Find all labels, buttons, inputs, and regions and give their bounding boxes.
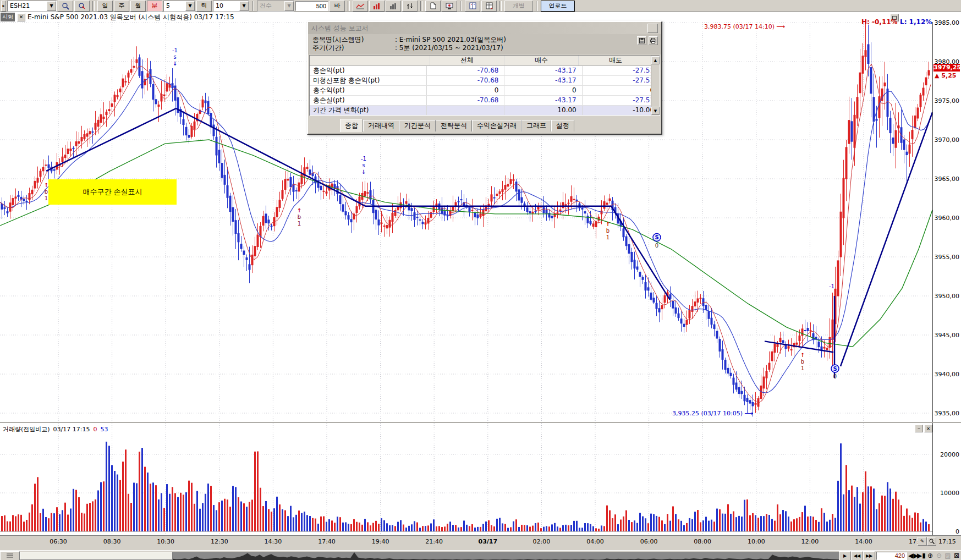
system-report-dialog[interactable]: 시스템 성능 보고서 종목명(시스템명) : E-mini SP 500 202… xyxy=(307,21,662,135)
tick-button[interactable]: 틱 xyxy=(196,1,212,12)
minimize-pane-icon[interactable]: ‒ xyxy=(915,425,923,432)
period-day-button[interactable]: 일 xyxy=(97,1,113,12)
volume-chart xyxy=(0,423,932,535)
chevron-down-icon[interactable]: ▼ xyxy=(239,1,249,11)
search-icon xyxy=(929,539,935,544)
period-week-button[interactable]: 주 xyxy=(114,1,129,12)
report-book-button[interactable] xyxy=(465,1,480,12)
tab-설정[interactable]: 설정 xyxy=(551,120,574,131)
time-axis[interactable]: 06:3008:3010:3012:3014:3017:4019:4021:40… xyxy=(0,535,961,551)
fast-back-button[interactable]: ◀◀ xyxy=(851,551,863,560)
table-scrollbar[interactable]: ▲ ▼ xyxy=(651,56,660,116)
svg-text:1: 1 xyxy=(801,365,804,371)
info-value: : E-mini SP 500 2021.03(일목오버) xyxy=(395,36,506,44)
new-document-button[interactable] xyxy=(425,1,441,12)
scroll-down-icon[interactable]: ▼ xyxy=(651,107,660,115)
tick-combo[interactable]: 10 ▼ xyxy=(213,1,249,12)
tab-거래내역[interactable]: 거래내역 xyxy=(363,120,399,131)
change-value: 5,25 xyxy=(941,72,956,79)
symbol-combo[interactable]: ESH21 ▼ xyxy=(7,1,57,12)
dialog-title-bar[interactable]: 시스템 성능 보고서 xyxy=(308,22,661,34)
time-axis-label: 17:40 xyxy=(318,538,336,545)
price-axis-label: 3945,00 xyxy=(935,332,960,339)
svg-text:0: 0 xyxy=(833,374,837,380)
volume-axis-label: 10000 xyxy=(940,490,959,497)
price-axis[interactable]: 3985,003980,003975,003970,003965,003960,… xyxy=(932,22,961,422)
row-value: 0 xyxy=(504,86,581,95)
table-row[interactable]: 미청산포함 총손익(pt)-70.68-43.17-27.51 xyxy=(310,76,660,86)
sort-updown-button[interactable] xyxy=(402,1,418,12)
toolbar-grip-icon[interactable]: ▸ xyxy=(1,1,6,12)
svg-text:1: 1 xyxy=(606,234,609,240)
tab-전략분석[interactable]: 전략분석 xyxy=(436,120,472,131)
bar-count-input[interactable] xyxy=(295,1,328,11)
step-forward-button[interactable]: ▶ xyxy=(839,551,851,560)
fast-forward-button[interactable]: ▶▶ xyxy=(863,551,875,560)
table-row[interactable]: 기간 가격 변화(pt)10.00-10.00 xyxy=(310,106,660,116)
svg-text:b: b xyxy=(801,359,804,365)
period-minute-button[interactable]: 분 xyxy=(147,1,162,12)
table-row[interactable]: 총수익(pt)000 xyxy=(310,86,660,96)
data-navigator[interactable] xyxy=(173,552,839,560)
close-icon[interactable]: ✕ xyxy=(17,13,25,21)
grid-table-icon xyxy=(486,2,493,9)
arrow-right-icon: ⟶ xyxy=(744,410,753,417)
time-axis-label: 06:00 xyxy=(640,538,658,545)
price-axis-label: 3950,00 xyxy=(935,293,960,300)
row-value: -27.51 xyxy=(582,66,660,75)
tab-그래프[interactable]: 그래프 xyxy=(521,120,551,131)
row-value: -27.51 xyxy=(582,76,660,85)
corner-time-label: 17:15 xyxy=(938,538,956,545)
svg-text:↑: ↑ xyxy=(800,352,805,358)
tick-value: 10 xyxy=(213,2,239,9)
print-button[interactable] xyxy=(649,36,658,45)
symbol-value: ESH21 xyxy=(8,2,47,9)
tab-기간분석[interactable]: 기간분석 xyxy=(399,120,436,131)
strategy-tag: 시험 xyxy=(1,13,15,21)
zoom-tool-button[interactable] xyxy=(927,537,936,546)
performance-table[interactable]: 전체매수매도총손익(pt)-70.68-43.17-27.51미청산포함 총손익… xyxy=(309,55,660,116)
save-button[interactable] xyxy=(637,36,646,45)
grid-button[interactable] xyxy=(481,1,497,12)
dialog-title: 시스템 성능 보고서 xyxy=(311,24,369,33)
svg-text:↓: ↓ xyxy=(361,169,366,175)
table-row[interactable]: 총손익(pt)-70.68-43.17-27.51 xyxy=(310,66,660,76)
time-axis-label: 12:00 xyxy=(801,538,819,545)
tab-수익손실거래[interactable]: 수익손실거래 xyxy=(472,120,521,131)
draw-tool-button[interactable]: ✎ xyxy=(918,537,927,546)
dialog-close-button[interactable] xyxy=(647,24,658,33)
zoom-cancel-button[interactable] xyxy=(74,1,90,12)
go-to-end-icon[interactable]: ▶▮ xyxy=(917,552,926,559)
minute-period-combo[interactable]: 5 ▼ xyxy=(163,1,195,12)
bar-button[interactable]: 바 xyxy=(330,1,345,12)
monitor-button[interactable] xyxy=(442,1,457,12)
bar-chart-button[interactable] xyxy=(386,1,401,12)
zoom-in-icon[interactable]: ⊕ xyxy=(926,552,935,559)
svg-text:↑: ↑ xyxy=(606,221,610,227)
svg-text:1: 1 xyxy=(298,221,301,227)
visible-bars-input[interactable] xyxy=(876,552,907,560)
zoom-button[interactable] xyxy=(58,1,73,12)
tab-종합[interactable]: 종합 xyxy=(340,119,363,132)
chevron-down-icon[interactable]: ▼ xyxy=(47,1,56,11)
expand-horizontal-icon[interactable]: ◀▶ xyxy=(908,552,917,559)
close-box-icon[interactable]: ⊠ xyxy=(952,552,961,559)
scrollbar-grip[interactable] xyxy=(0,551,20,560)
close-pane-icon[interactable]: ✕ xyxy=(924,425,932,432)
period-month-button[interactable]: 월 xyxy=(130,1,146,12)
toolbar-separator xyxy=(536,1,538,11)
table-row[interactable]: 총손실(pt)-70.68-43.17-27.51 xyxy=(310,96,660,106)
line-chart-button[interactable] xyxy=(353,1,368,12)
book-icon xyxy=(469,2,476,9)
info-label: 주기(기간) xyxy=(312,44,395,52)
scroll-up-icon[interactable]: ▲ xyxy=(651,56,660,64)
bar-chart-alert-button[interactable] xyxy=(369,1,385,12)
scrollbar-thumb[interactable] xyxy=(20,552,173,560)
table-header-row: 전체매수매도 xyxy=(310,56,660,66)
row-label: 기간 가격 변화(pt) xyxy=(310,106,426,115)
chevron-down-icon[interactable]: ▼ xyxy=(185,1,195,11)
upload-button[interactable]: 업로드 xyxy=(541,1,575,12)
volume-pane[interactable] xyxy=(0,423,932,535)
search-icon xyxy=(62,2,69,10)
row-value: -70.68 xyxy=(426,96,504,105)
